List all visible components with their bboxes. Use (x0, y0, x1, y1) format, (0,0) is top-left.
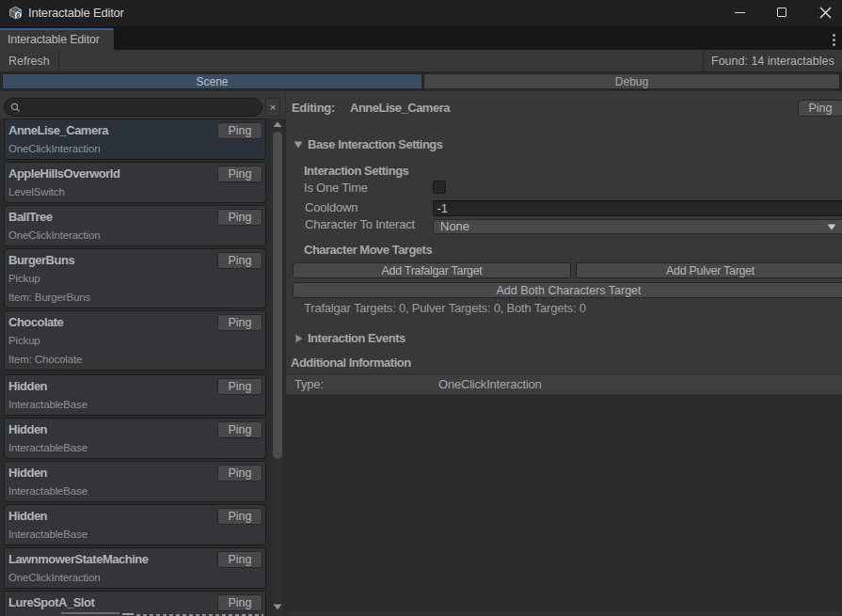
svg-text:6: 6 (16, 12, 20, 19)
